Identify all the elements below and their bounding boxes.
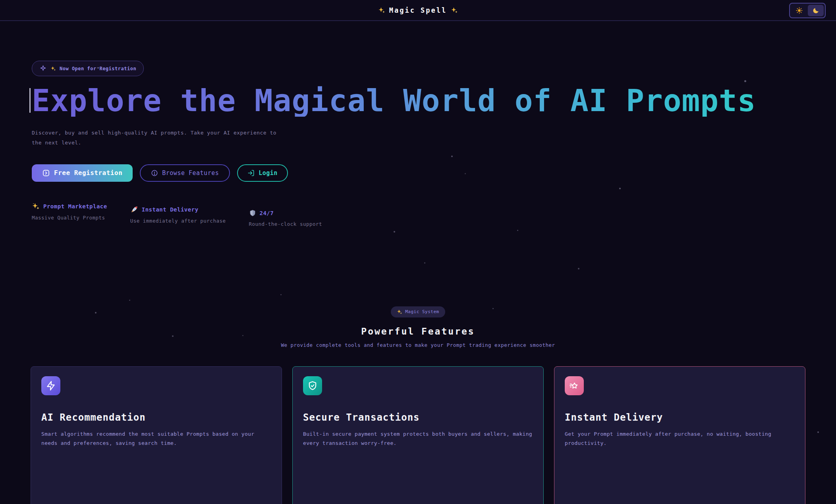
sparkles-icon [50, 66, 56, 71]
stat-title-text: Instant Delivery [142, 206, 199, 213]
theme-toggle[interactable] [789, 3, 826, 18]
stat-title-text: Prompt Marketplace [43, 203, 107, 210]
sparkles-icon [32, 202, 40, 210]
sparkles-icon [378, 7, 385, 14]
hero-stats: Prompt Marketplace Massive Quality Promp… [32, 202, 836, 227]
card-title: Secure Transactions [303, 412, 533, 423]
magic-system-badge: Magic System [391, 306, 445, 317]
page-title: Explore the Magical World of AI Prompts [32, 85, 836, 117]
app-title-text: Magic Spell [389, 6, 447, 14]
features-subtitle: We provide complete tools and features t… [0, 342, 836, 348]
header: Magic Spell [0, 0, 836, 21]
features-title: Powerful Features [0, 326, 836, 337]
hero-section: Now Open for Registration Explore the Ma… [0, 21, 836, 227]
sparkle-outline-icon [39, 65, 47, 72]
free-registration-button[interactable]: Free Registration [32, 164, 133, 182]
login-label: Login [259, 169, 278, 177]
hero-actions: Free Registration Browse Features Login [32, 164, 836, 182]
stat-desc-text: Round-the-clock support [249, 221, 322, 227]
stat-desc-text: Massive Quality Prompts [32, 215, 107, 221]
shield-icon [249, 210, 256, 217]
card-ai-recommendation[interactable]: AI Recommendation Smart algorithms recom… [31, 366, 282, 504]
stat-title-text: 24/7 [260, 210, 274, 216]
rocket-icon [130, 206, 138, 214]
app-title: Magic Spell [378, 6, 458, 14]
free-registration-label: Free Registration [54, 169, 122, 177]
page-title-text: Explore the Magical World of AI Prompts [32, 83, 756, 118]
stat-instant-delivery: Instant Delivery Use immediately after p… [130, 206, 226, 227]
features-section: Magic System Powerful Features We provid… [0, 306, 836, 504]
text-caret [29, 88, 31, 113]
hero-subtitle: Discover, buy and sell high-quality AI p… [32, 128, 281, 148]
card-title: AI Recommendation [41, 412, 271, 423]
card-title: Instant Delivery [565, 412, 795, 423]
magic-system-badge-label: Magic System [405, 309, 439, 314]
stat-prompt-marketplace: Prompt Marketplace Massive Quality Promp… [32, 202, 107, 227]
stat-desc-text: Use immediately after purchase [130, 218, 226, 224]
login-icon [247, 169, 255, 177]
sparkles-icon [451, 7, 458, 14]
shooting-star-icon [565, 376, 584, 395]
moon-icon [813, 7, 819, 14]
stat-support: 24/7 Round-the-clock support [249, 210, 322, 227]
zap-icon [41, 376, 60, 395]
card-description: Built-in secure payment system protects … [303, 429, 533, 448]
info-circle-icon [151, 169, 158, 177]
login-button[interactable]: Login [237, 164, 288, 182]
sparkles-icon [397, 309, 402, 315]
feature-cards: AI Recommendation Smart algorithms recom… [0, 366, 836, 504]
light-theme-button[interactable] [791, 5, 807, 16]
sun-icon [796, 7, 803, 14]
card-description: Get your Prompt immediately after purcha… [565, 429, 795, 448]
chevron-square-icon [42, 169, 50, 177]
shield-check-icon [303, 376, 322, 395]
browse-features-button[interactable]: Browse Features [140, 164, 230, 182]
registration-badge: Now Open for Registration [32, 61, 144, 76]
dark-theme-button[interactable] [808, 5, 824, 16]
registration-badge-label: Now Open for Registration [60, 66, 136, 71]
card-description: Smart algorithms recommend the most suit… [41, 429, 271, 448]
browse-features-label: Browse Features [162, 169, 219, 177]
card-secure-transactions[interactable]: Secure Transactions Built-in secure paym… [292, 366, 544, 504]
card-instant-delivery[interactable]: Instant Delivery Get your Prompt immedia… [554, 366, 805, 504]
